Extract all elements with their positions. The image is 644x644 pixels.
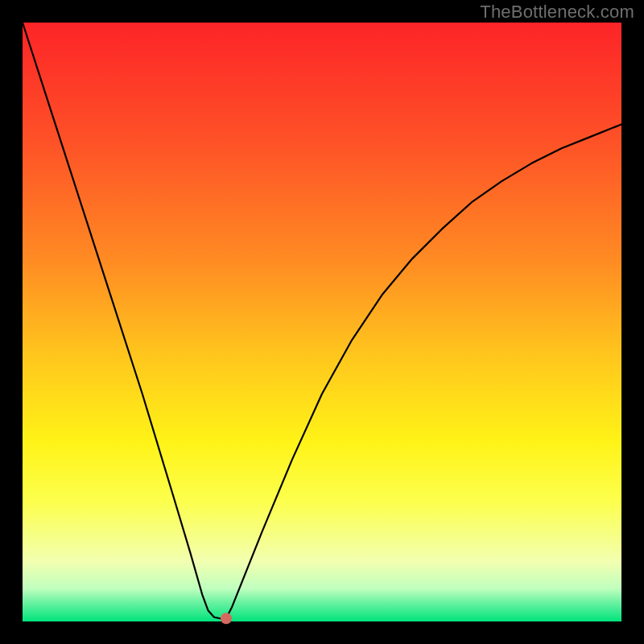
- plot-background: [23, 23, 621, 621]
- bottleneck-chart: [0, 0, 644, 644]
- watermark-text: TheBottleneck.com: [480, 2, 634, 23]
- optimal-point-marker: [221, 613, 232, 624]
